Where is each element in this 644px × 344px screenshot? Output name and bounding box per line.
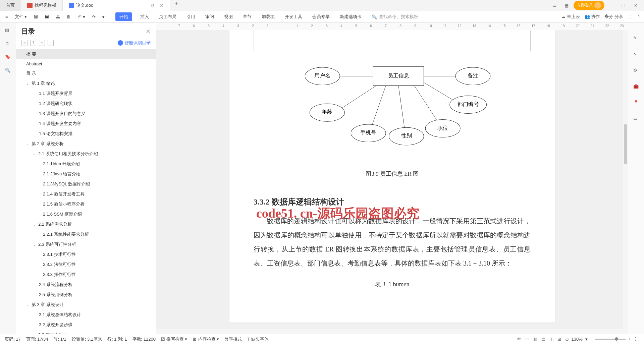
toc-item[interactable]: ⌄第 1 章 绪论 (16, 78, 156, 89)
folder-icon[interactable]: 🗀 (5, 41, 11, 47)
cloud-status[interactable]: ☁ 未上云 (561, 14, 580, 20)
toc-item[interactable]: ⌄第 3 章 系统设计 (16, 300, 156, 310)
status-section[interactable]: 节: 1/1 (53, 336, 66, 342)
view-web-icon[interactable]: ▥ (533, 337, 537, 342)
toc-item[interactable]: 2.5 系统用例分析 (16, 290, 156, 300)
toc-item[interactable]: 2.1.2Java 语言介绍 (16, 169, 156, 179)
ribbon-tab-dev[interactable]: 开发工具 (283, 12, 304, 21)
toc-item[interactable]: 1.3 课题开发目的与意义 (16, 109, 156, 119)
toc-item[interactable]: ⌄3.3 数据库设计 (16, 330, 156, 334)
view-outline-icon[interactable]: ▤ (541, 337, 545, 342)
file-menu[interactable]: 文件 ▾ (13, 12, 29, 21)
tab-add-button[interactable]: + (170, 0, 183, 11)
ruler[interactable]: 7654321123456789101112131415161718192021… (156, 23, 628, 30)
document-canvas[interactable]: 员工信息 用户名 备注 年龄 部门编号 手机号 性别 职位 code51 (156, 30, 628, 329)
ribbon-tab-sections[interactable]: 章节 (241, 12, 254, 21)
find-icon[interactable]: 🔍 (5, 68, 11, 74)
toc-item[interactable]: ⌄第 2 章 系统分析 (16, 139, 156, 149)
saveas-icon[interactable]: 🖬 (43, 13, 51, 21)
share-button[interactable]: �分 分享 (604, 14, 623, 20)
toc-list-icon[interactable]: ≡ (21, 40, 28, 46)
toc-expand-icon[interactable]: + (39, 40, 45, 46)
ribbon-tab-member[interactable]: 会员专享 (310, 12, 332, 21)
view-read-icon[interactable]: ◫ (549, 337, 553, 342)
chevron-down-icon[interactable]: ⌄ (33, 152, 37, 156)
zoom-in-icon[interactable]: + (628, 337, 631, 342)
toc-collapse-icon[interactable]: − (48, 40, 54, 46)
tab-templates[interactable]: 找稻壳模板 (21, 0, 63, 11)
toc-item[interactable]: ⌄2.1 系统使用相关技术分析介绍 (16, 149, 156, 159)
bookmark-icon[interactable]: 🔖 (5, 54, 11, 60)
view-eye-icon[interactable]: 👁 (517, 337, 521, 342)
chevron-down-icon[interactable]: ⌄ (33, 223, 37, 226)
vertical-scrollbar[interactable] (623, 30, 628, 334)
print-preview-icon[interactable]: 🗎 (65, 13, 73, 21)
status-setval[interactable]: 设置值: 3.1厘米 (72, 336, 102, 342)
zoom-value[interactable]: 130% (572, 337, 583, 342)
edit-icon[interactable]: ✎ (633, 36, 639, 42)
login-button[interactable]: 立即登录 (574, 1, 604, 10)
hamburger-icon[interactable]: ≡ (3, 13, 10, 21)
ribbon-tab-new[interactable]: 新建选项卡 (338, 12, 364, 21)
toc-item[interactable]: 3.1 系统总体结构设计 (16, 310, 156, 320)
settings-icon[interactable]: ⚙ (633, 68, 639, 74)
toc-item[interactable]: 目 录 (16, 68, 156, 78)
toc-item[interactable]: 3.2 系统开发步骤 (16, 320, 156, 330)
toc-item[interactable]: 2.1.3MySQL 数据库介绍 (16, 179, 156, 189)
undo-button[interactable]: ↶ ▾ (76, 13, 87, 21)
toc-item[interactable]: 2.1.6 SSM 框架介绍 (16, 209, 156, 219)
more-icon[interactable]: ⋮ (628, 14, 632, 19)
tab-document[interactable]: 论文.doc⧉✕ (63, 0, 170, 11)
toc-item[interactable]: ⌄2.3 系统可行性分析 (16, 239, 156, 249)
status-rowcol[interactable]: 行: 1 列: 1 (107, 336, 127, 342)
location-icon[interactable]: 📍 (633, 100, 639, 106)
search-box[interactable]: 🔍 查找命令、搜索模板 (372, 14, 418, 20)
maximize-button[interactable]: ❐ (619, 0, 629, 10)
toc-item[interactable]: 2.3.1 技术可行性 (16, 249, 156, 260)
toc-item[interactable]: 2.2.1 系统性能要求分析 (16, 229, 156, 239)
collapse-ribbon-icon[interactable]: ⌃ (637, 14, 641, 19)
tab-close-icon[interactable]: ✕ (160, 3, 164, 8)
view-grid-icon[interactable]: ⊞ (557, 337, 561, 342)
chevron-down-icon[interactable]: ⌄ (26, 303, 30, 307)
chevron-down-icon[interactable]: ⌄ (33, 243, 37, 246)
chevron-down-icon[interactable]: ⌄ (26, 82, 30, 85)
ribbon-tab-view[interactable]: 视图 (222, 12, 235, 21)
toc-item[interactable]: 2.1.4 微信开发者工具 (16, 189, 156, 199)
close-button[interactable]: ✕ (631, 0, 641, 10)
toc-ai-button[interactable]: 智能识别目录 (118, 40, 151, 46)
toc-item[interactable]: 摘 要 (16, 49, 156, 59)
qat-dropdown[interactable]: ▾ (100, 13, 107, 21)
fullscreen-icon[interactable]: ⛶ (635, 337, 639, 342)
ribbon-tab-start[interactable]: 开始 (115, 12, 132, 21)
toc-promote-icon[interactable]: ↥ (30, 40, 36, 46)
status-page[interactable]: 页面: 17/34 (26, 336, 48, 342)
zoom-out-icon[interactable]: − (590, 337, 593, 342)
status-page-no[interactable]: 页码: 17 (5, 336, 21, 342)
toc-item[interactable]: 2.3.3 操作可行性 (16, 270, 156, 280)
status-content[interactable]: 🗎 内容检查 ▾ (193, 336, 219, 342)
toc-item[interactable]: 1.2 课题研究现状 (16, 99, 156, 109)
layout-icon[interactable]: ▭ (549, 0, 559, 10)
toc-item[interactable]: 1.5 论文结构安排 (16, 129, 156, 139)
status-spell[interactable]: ☑ 拼写检查 ▾ (161, 336, 187, 342)
vscroll-thumb[interactable] (624, 124, 627, 164)
collab-button[interactable]: 👥 协作 (585, 14, 600, 20)
toc-close-icon[interactable]: ✕ (146, 28, 151, 35)
apps-icon[interactable]: ▦ (561, 0, 572, 10)
toc-item[interactable]: 2.4 系统流程分析 (16, 280, 156, 290)
toc-item[interactable]: 1.1 课题开发背景 (16, 89, 156, 99)
toc-item[interactable]: 2.1.5 微信小程序分析 (16, 199, 156, 209)
ribbon-tab-references[interactable]: 引用 (184, 12, 197, 21)
ribbon-tab-addons[interactable]: 加载项 (260, 12, 277, 21)
toc-item[interactable]: 1.4 课题开发主要内容 (16, 119, 156, 129)
zoom-slider[interactable] (595, 339, 626, 340)
redo-button[interactable]: ↷ (90, 13, 98, 21)
zoom-reset-icon[interactable]: ⊙ (565, 337, 569, 342)
tab-popout-icon[interactable]: ⧉ (151, 3, 154, 8)
chevron-down-icon[interactable]: ⌄ (26, 142, 30, 146)
ribbon-tab-layout[interactable]: 页面布局 (157, 12, 178, 21)
print-icon[interactable]: 🖶 (54, 13, 62, 21)
ribbon-tab-insert[interactable]: 插入 (138, 12, 151, 21)
toc-item[interactable]: ⌄2.2 系统需求分析 (16, 219, 156, 229)
